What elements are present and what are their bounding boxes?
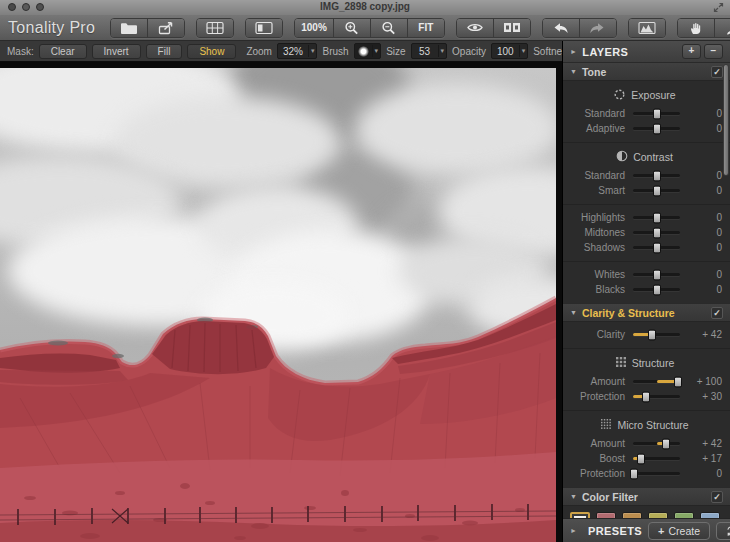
size-label: Size bbox=[386, 46, 405, 57]
midtones-slider[interactable] bbox=[633, 231, 680, 234]
adjustment-group: Whites0Blacks0 bbox=[563, 261, 730, 303]
folder-icon bbox=[120, 21, 138, 35]
slider-thumb[interactable] bbox=[674, 376, 682, 387]
group-heading-label: Structure bbox=[632, 357, 675, 369]
slider-row: Standard0 bbox=[565, 168, 724, 183]
slider-thumb[interactable] bbox=[653, 185, 661, 196]
reset-button[interactable]: Reset bbox=[716, 522, 730, 540]
zoom-select[interactable]: 32% ▾ bbox=[277, 43, 318, 59]
hand-tool-button[interactable] bbox=[678, 19, 714, 37]
slider-thumb[interactable] bbox=[653, 123, 661, 134]
standard-slider[interactable] bbox=[633, 174, 680, 177]
photo[interactable] bbox=[0, 68, 556, 542]
section-title: Tone bbox=[582, 66, 606, 78]
brush-select[interactable]: ▾ bbox=[354, 43, 382, 59]
zoom-out-button[interactable] bbox=[370, 19, 407, 37]
mask-clear-button[interactable]: Clear bbox=[39, 44, 87, 59]
slider-thumb[interactable] bbox=[648, 329, 656, 340]
fullscreen-icon[interactable] bbox=[713, 2, 724, 13]
clarity-slider[interactable] bbox=[633, 333, 680, 336]
slider-thumb[interactable] bbox=[653, 242, 661, 253]
slider-thumb[interactable] bbox=[653, 227, 661, 238]
slider-thumb[interactable] bbox=[630, 468, 638, 479]
highlights-slider[interactable] bbox=[633, 216, 680, 219]
protection-slider[interactable] bbox=[633, 472, 680, 475]
slider-row: Midtones0 bbox=[565, 225, 724, 240]
slider-label: Amount bbox=[565, 376, 625, 387]
slider-label: Protection bbox=[565, 468, 625, 479]
smart-slider[interactable] bbox=[633, 189, 680, 192]
color-filter-swatches bbox=[563, 506, 730, 518]
add-layer-button[interactable]: + bbox=[682, 44, 701, 59]
histogram-icon bbox=[638, 21, 656, 35]
adjustment-group: ContrastStandard0Smart0 bbox=[563, 142, 730, 204]
layers-bar[interactable]: ► LAYERS + − bbox=[563, 41, 730, 63]
slider-value: + 42 bbox=[688, 329, 724, 340]
adaptive-slider[interactable] bbox=[633, 127, 680, 130]
slider-thumb[interactable] bbox=[653, 108, 661, 119]
panel-layout-button[interactable] bbox=[246, 19, 282, 37]
canvas-area[interactable] bbox=[0, 62, 562, 542]
micro-structure-icon bbox=[600, 418, 612, 432]
histogram-button[interactable] bbox=[629, 19, 665, 37]
section-title: Clarity & Structure bbox=[582, 307, 675, 319]
open-button[interactable] bbox=[111, 19, 147, 37]
texture-browser-button[interactable] bbox=[197, 19, 233, 37]
grid-icon bbox=[206, 21, 224, 35]
standard-slider[interactable] bbox=[633, 112, 680, 115]
shadows-slider[interactable] bbox=[633, 246, 680, 249]
slider-label: Protection bbox=[565, 391, 625, 402]
mask-show-button[interactable]: Show bbox=[187, 44, 236, 59]
slider-label: Highlights bbox=[565, 212, 625, 223]
slider-row: Protection0 bbox=[565, 466, 724, 481]
chevron-down-icon: ▾ bbox=[372, 45, 381, 57]
group-heading: Structure bbox=[565, 355, 724, 371]
zoom-level-button[interactable]: 100% bbox=[295, 19, 333, 37]
fit-button[interactable]: FIT bbox=[407, 19, 444, 37]
slider-thumb[interactable] bbox=[653, 269, 661, 280]
zoom-out-icon bbox=[381, 21, 396, 35]
chevron-down-icon: ▾ bbox=[308, 45, 317, 57]
zoom-in-button[interactable] bbox=[333, 19, 370, 37]
remove-layer-button[interactable]: − bbox=[704, 44, 723, 59]
slider-label: Standard bbox=[565, 108, 625, 119]
slider-thumb[interactable] bbox=[642, 391, 650, 402]
slider-thumb[interactable] bbox=[653, 212, 661, 223]
slider-thumb[interactable] bbox=[662, 438, 670, 449]
window-title: IMG_2898 copy.jpg bbox=[0, 1, 730, 12]
section-header-clarity-structure[interactable]: ▼Clarity & Structure✓ bbox=[563, 303, 730, 322]
slider-thumb[interactable] bbox=[653, 170, 661, 181]
slider-label: Clarity bbox=[565, 329, 625, 340]
section-header-tone[interactable]: ▼Tone✓ bbox=[563, 62, 730, 81]
blacks-slider[interactable] bbox=[633, 288, 680, 291]
compare-button[interactable] bbox=[493, 19, 530, 37]
title-bar: IMG_2898 copy.jpg bbox=[0, 0, 730, 16]
preview-button[interactable] bbox=[457, 19, 493, 37]
opacity-select[interactable]: 100 ▾ bbox=[491, 43, 528, 59]
export-button[interactable] bbox=[147, 19, 184, 37]
slider-thumb[interactable] bbox=[637, 453, 645, 464]
whites-slider[interactable] bbox=[633, 273, 680, 276]
protection-slider[interactable] bbox=[633, 395, 680, 398]
boost-slider[interactable] bbox=[633, 457, 680, 460]
redo-button[interactable] bbox=[579, 19, 616, 37]
group-heading-label: Exposure bbox=[631, 89, 675, 101]
slider-thumb[interactable] bbox=[653, 284, 661, 295]
presets-bar[interactable]: ► PRESETS + Create Reset bbox=[563, 518, 730, 542]
exposure-icon bbox=[613, 88, 626, 103]
scrollbar-thumb[interactable] bbox=[723, 64, 729, 176]
undo-button[interactable] bbox=[543, 19, 579, 37]
size-select[interactable]: 53 ▾ bbox=[411, 43, 448, 59]
mask-invert-button[interactable]: Invert bbox=[92, 44, 141, 59]
slider-row: Amount+ 100 bbox=[565, 374, 724, 389]
section-header-color-filter[interactable]: ▼Color Filter✓ bbox=[563, 487, 730, 506]
triangle-right-icon: ► bbox=[570, 48, 577, 55]
slider-label: Smart bbox=[565, 185, 625, 196]
slider-row: Highlights0 bbox=[565, 210, 724, 225]
amount-slider[interactable] bbox=[633, 442, 680, 445]
create-preset-button[interactable]: + Create bbox=[648, 522, 710, 540]
brush-tool-button[interactable] bbox=[714, 19, 730, 37]
histogram-group bbox=[628, 18, 666, 38]
amount-slider[interactable] bbox=[633, 380, 680, 383]
mask-fill-button[interactable]: Fill bbox=[146, 44, 183, 59]
